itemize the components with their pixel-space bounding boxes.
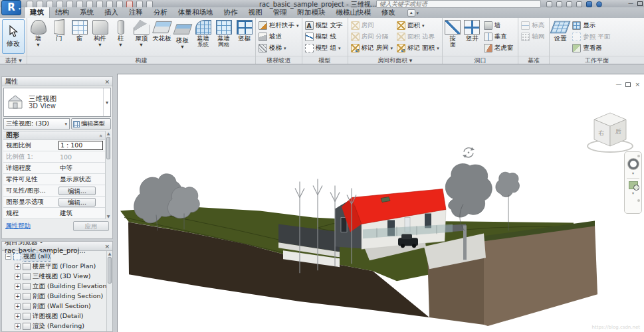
collapse-icon[interactable]: − [5,254,11,260]
close-icon[interactable]: × [104,243,110,250]
save-icon[interactable] [37,1,43,7]
properties-help-link[interactable]: 属性帮助 [5,222,31,230]
ribbon-small-button[interactable]: 显示 [570,20,614,31]
search-icon[interactable] [546,1,552,7]
type-selector[interactable]: 三维视图 3D View ▾ [3,88,111,117]
ribbon-small-button[interactable]: 参照 平面 [570,31,614,42]
property-row[interactable]: 详细程度 中等 [3,163,105,174]
tree-item[interactable]: + 三维视图 (3D View) [2,272,112,282]
ribbon-large-button[interactable]: 竖梃 [234,19,255,48]
scroll-up-icon[interactable]: ▲ [107,251,112,256]
search-input[interactable] [376,0,541,8]
ribbon-large-button[interactable]: 天花板 [152,19,172,48]
subscription-center-icon[interactable] [556,1,562,7]
ribbon-small-button[interactable]: 坡道 [257,31,301,42]
property-row[interactable]: 图形显示选项 编辑... [3,197,105,208]
expand-icon[interactable]: + [15,274,21,280]
ribbon-small-button[interactable]: 标高 [519,20,548,31]
ribbon-small-button[interactable]: 房间 [349,20,395,31]
3d-model-scene[interactable] [118,74,644,332]
ribbon-small-button[interactable]: A 模型 文字 [303,20,347,31]
ribbon-small-button[interactable]: 轴网 [519,31,548,42]
edit-type-button[interactable]: 编辑类型 [71,118,111,129]
trees-right[interactable] [445,164,519,231]
section-icon[interactable] [116,1,123,7]
expand-icon[interactable]: + [15,284,21,290]
ribbon-tab[interactable]: 结构 [50,7,74,18]
view-cube[interactable]: 右 后 [586,105,635,155]
ribbon-tab[interactable]: 协作 [219,7,243,18]
tree-item[interactable]: + 立面 (Building Elevation) [2,282,112,291]
ribbon-large-button[interactable]: 柱 ▾ [110,19,131,48]
expand-icon[interactable]: + [15,293,21,299]
ribbon-small-button[interactable]: 房间 分隔 [349,31,395,42]
project-browser-header[interactable]: 项目浏览器 - rac_basic_sample_proj... × [2,242,112,251]
ribbon-large-button[interactable]: 构件 ▾ [90,19,110,48]
properties-scrollbar[interactable]: ▲ ▼ [105,131,111,219]
ribbon-tab[interactable]: 系统 [74,7,99,18]
view-minimize-button[interactable]: — [615,81,621,88]
tree-item[interactable]: + 剖面 (Building Section) [2,291,112,301]
ribbon-minimize-arrow-icon[interactable]: ▾ [417,11,419,16]
ribbon-large-button[interactable]: 窗 [69,19,90,48]
ribbon-tab[interactable]: 注释 [124,7,148,18]
ribbon-minimize-icon[interactable]: ▴ [407,9,415,17]
ribbon-large-button[interactable]: 幕墙 系统 [193,19,213,48]
ribbon-tab[interactable]: 建筑 [24,6,50,18]
minimize-button[interactable]: — [628,1,633,7]
signin-icon[interactable] [586,1,592,7]
chevron-down-icon[interactable]: ▾ [632,171,634,175]
zoom-icon[interactable] [629,181,638,189]
thin-lines-icon[interactable] [126,1,133,7]
expand-icon[interactable]: + [15,264,21,270]
ribbon-tab[interactable]: 分析 [148,7,173,18]
redo-icon[interactable] [56,1,63,7]
measure-icon[interactable] [76,1,83,7]
expand-icon[interactable]: + [15,323,21,329]
open-file-icon[interactable] [27,1,33,7]
view-close-button[interactable]: × [635,81,640,88]
property-row[interactable]: 可见性/图形... 编辑... [3,185,105,197]
tree-item[interactable]: + 剖面 (Wall Section) [2,301,112,311]
ribbon-large-button[interactable]: 楼板 ▾ [172,19,193,50]
tree-item[interactable]: + 详图视图 (Detail) [2,311,112,321]
modify-button[interactable]: 修改 [2,19,25,54]
property-row[interactable]: 比例值 1: 100 [3,151,105,163]
ribbon-small-button[interactable]: 墙 [482,20,518,31]
communication-center-icon[interactable] [566,1,572,7]
ribbon-small-button[interactable]: 栏杆扶手 ▾ [257,20,301,31]
property-row[interactable]: 零件可见性 显示原状态 [3,174,105,185]
chevron-down-icon[interactable]: ▾ [103,88,108,116]
help-icon[interactable] [596,1,602,7]
chevron-down-icon[interactable]: ▾ [632,191,634,195]
ribbon-large-button[interactable]: 竖井 [463,19,482,48]
aligned-dimension-icon[interactable] [86,1,93,7]
property-row[interactable]: 视图比例 1 : 100 [3,140,105,151]
graphics-section-header[interactable]: 图形 « [3,131,105,140]
ribbon-large-button[interactable]: 门 [49,19,69,48]
steering-wheel-icon[interactable] [628,159,639,169]
switch-windows-icon[interactable] [146,1,153,7]
close-icon[interactable]: × [104,78,110,85]
ribbon-small-button[interactable]: 垂直 [482,31,518,42]
ribbon-small-button[interactable]: 面积 ▾ [395,20,441,31]
tree-item[interactable]: + 楼层平面 (Floor Plan) [2,262,112,272]
drawing-area[interactable]: — × 右 后 ▾ ▾ https://blog.csdn.net [117,74,644,332]
ribbon-tab[interactable]: 修改 [376,7,401,18]
ribbon-small-button[interactable]: 模型 线 [303,31,347,42]
scrollbar-thumb[interactable] [106,137,110,159]
browser-scrollbar[interactable]: ▲ [106,251,112,332]
ribbon-small-button[interactable]: 查看器 [570,42,614,54]
ribbon-minimize-control[interactable]: ▴ ▾ [407,9,419,17]
ribbon-small-button[interactable]: 老虎窗 [482,42,518,54]
restore-button[interactable] [637,1,643,6]
scrollbar-thumb[interactable] [108,257,112,284]
ribbon-tab[interactable]: 体量和场地 [173,7,219,18]
ribbon-small-button[interactable]: 面积 边界 [395,31,441,42]
ribbon-small-button[interactable]: 楼梯 ▾ [257,42,301,54]
scroll-down-icon[interactable]: ▼ [106,214,111,219]
properties-header[interactable]: 属性 × [2,77,112,86]
text-icon[interactable] [96,1,103,7]
ribbon-tab[interactable]: 插入 [99,7,124,18]
expand-icon[interactable]: + [15,313,21,319]
